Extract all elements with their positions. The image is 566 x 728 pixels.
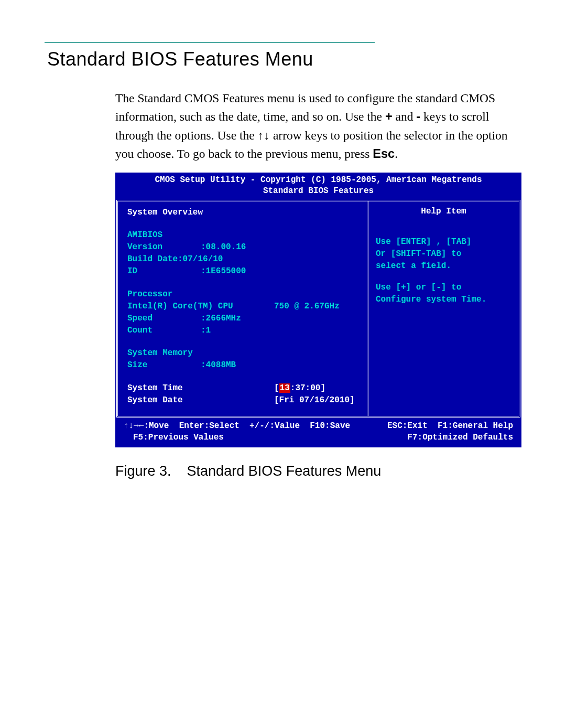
intro-and: and (393, 110, 417, 123)
id-label: ID (127, 265, 201, 277)
time-rest: :37:00] (290, 383, 325, 393)
bios-header-line2: Standard BIOS Features (115, 186, 521, 197)
footer-enter: Enter:Select (179, 421, 240, 431)
help-item-title: Help Item (376, 207, 511, 216)
speed-label: Speed (127, 313, 201, 325)
count-value: :1 (201, 325, 211, 337)
minus-key: - (416, 110, 420, 123)
bios-left-panel: System Overview AMIBIOS Version :08.00.1… (118, 201, 367, 416)
system-time-label: System Time (127, 382, 274, 394)
bios-help-panel: Help Item Use [ENTER] , [TAB] Or [SHIFT-… (367, 201, 519, 416)
build-date: Build Date:07/16/10 (127, 253, 357, 265)
footer-help: F1:General Help (438, 421, 513, 431)
section-title: Standard BIOS Features Menu (47, 48, 519, 70)
help-line1: Use [ENTER] , [TAB] (376, 236, 511, 248)
figure-caption: Figure 3. Standard BIOS Features Menu (115, 463, 519, 479)
amibios-label: AMIBIOS (127, 229, 357, 241)
bios-footer: ↑↓→←:Move Enter:Select +/-/:Value F10:Sa… (115, 417, 521, 447)
footer-exit: ESC:Exit (387, 421, 428, 431)
processor-label: Processor (127, 288, 357, 301)
system-date-label: System Date (127, 394, 274, 406)
speed-value: :2666MHz (201, 313, 241, 325)
footer-value: +/-/:Value (249, 421, 300, 431)
footer-save: F10:Save (310, 421, 350, 431)
cpu-name: Intel(R) Core(TM) CPU (127, 301, 274, 313)
figure-label: Figure 3. (115, 463, 171, 479)
bios-header-line1: CMOS Setup Utility - Copyright (C) 1985-… (115, 175, 521, 186)
footer-f7: F7:Optimized Defaults (407, 432, 513, 444)
cpu-model: 750 @ 2.67GHz (274, 301, 340, 313)
time-hours-highlight: 13 (279, 383, 290, 393)
system-date-value: [Fri 07/16/2010] (274, 394, 355, 406)
version-value: :08.00.16 (201, 241, 246, 253)
intro-period: . (395, 147, 398, 160)
help-line5: Configure system Time. (376, 294, 511, 306)
help-line2: Or [SHIFT-TAB] to (376, 248, 511, 260)
count-label: Count (127, 325, 201, 337)
footer-move: ↑↓→←:Move (124, 421, 169, 431)
arrow-keys: ↑↓ (258, 129, 270, 142)
bios-screenshot: CMOS Setup Utility - Copyright (C) 1985-… (115, 173, 521, 447)
plus-key: + (385, 110, 393, 123)
bios-header: CMOS Setup Utility - Copyright (C) 1985-… (115, 173, 521, 200)
size-value: :4088MB (201, 359, 236, 371)
footer-f5: F5:Previous Values (124, 432, 224, 444)
id-value: :1E655000 (201, 265, 246, 277)
figure-text: Standard BIOS Features Menu (187, 463, 382, 479)
size-label: Size (127, 359, 201, 371)
help-line4: Use [+] or [-] to (376, 282, 511, 294)
system-time-value: [13:37:00] (274, 382, 325, 394)
esc-key: Esc (373, 147, 395, 160)
system-memory-label: System Memory (127, 347, 357, 359)
version-label: Version (127, 241, 201, 253)
system-overview-label: System Overview (127, 207, 357, 219)
help-line3: select a field. (376, 260, 511, 272)
intro-paragraph: The Standard CMOS Features menu is used … (115, 89, 519, 163)
